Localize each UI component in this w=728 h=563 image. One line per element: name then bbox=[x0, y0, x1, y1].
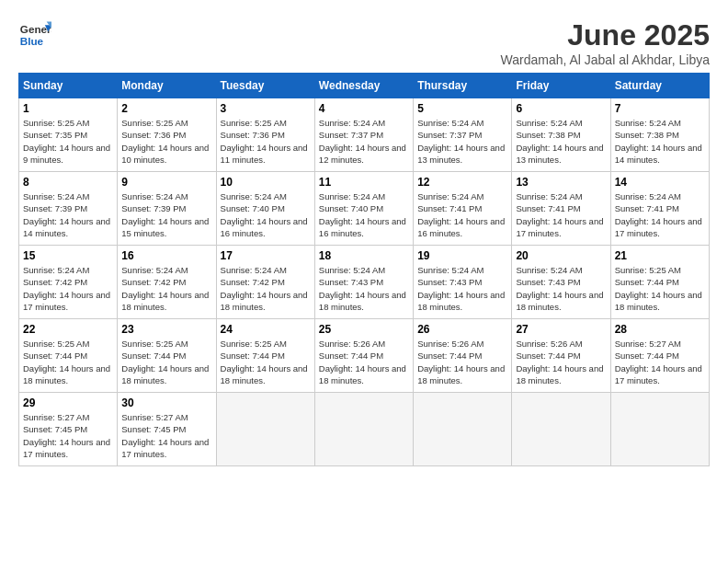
calendar-cell: 10Sunrise: 5:24 AMSunset: 7:40 PMDayligh… bbox=[216, 172, 314, 246]
day-detail: Sunrise: 5:25 AMSunset: 7:44 PMDaylight:… bbox=[615, 264, 705, 313]
day-detail: Sunrise: 5:24 AMSunset: 7:38 PMDaylight:… bbox=[516, 117, 606, 166]
location-title: Wardamah, Al Jabal al Akhdar, Libya bbox=[501, 52, 711, 67]
day-number: 11 bbox=[319, 176, 409, 189]
calendar-cell: 27Sunrise: 5:26 AMSunset: 7:44 PMDayligh… bbox=[512, 319, 610, 393]
calendar-cell: 30Sunrise: 5:27 AMSunset: 7:45 PMDayligh… bbox=[118, 393, 216, 466]
weekday-header-friday: Friday bbox=[512, 74, 610, 98]
day-number: 12 bbox=[417, 176, 507, 189]
weekday-header-tuesday: Tuesday bbox=[216, 74, 314, 98]
calendar-cell: 4Sunrise: 5:24 AMSunset: 7:37 PMDaylight… bbox=[314, 98, 413, 172]
day-number: 23 bbox=[121, 323, 211, 336]
day-number: 29 bbox=[23, 396, 113, 409]
day-detail: Sunrise: 5:24 AMSunset: 7:42 PMDaylight:… bbox=[23, 264, 113, 313]
calendar-cell: 8Sunrise: 5:24 AMSunset: 7:39 PMDaylight… bbox=[19, 172, 118, 246]
day-number: 15 bbox=[23, 249, 113, 262]
day-number: 24 bbox=[221, 323, 311, 336]
calendar-cell: 13Sunrise: 5:24 AMSunset: 7:41 PMDayligh… bbox=[512, 172, 610, 246]
day-number: 27 bbox=[516, 323, 606, 336]
day-detail: Sunrise: 5:24 AMSunset: 7:43 PMDaylight:… bbox=[516, 264, 606, 313]
day-number: 9 bbox=[121, 176, 211, 189]
logo-icon: General Blue bbox=[18, 18, 51, 52]
weekday-header-sunday: Sunday bbox=[19, 74, 118, 98]
day-number: 17 bbox=[221, 249, 311, 262]
calendar-cell bbox=[610, 393, 709, 466]
day-detail: Sunrise: 5:24 AMSunset: 7:39 PMDaylight:… bbox=[121, 190, 211, 239]
day-detail: Sunrise: 5:24 AMSunset: 7:37 PMDaylight:… bbox=[417, 117, 507, 166]
calendar-cell: 12Sunrise: 5:24 AMSunset: 7:41 PMDayligh… bbox=[414, 172, 512, 246]
day-number: 7 bbox=[615, 102, 705, 115]
day-number: 26 bbox=[417, 323, 507, 336]
day-number: 20 bbox=[516, 249, 606, 262]
day-detail: Sunrise: 5:25 AMSunset: 7:44 PMDaylight:… bbox=[23, 338, 113, 386]
calendar-cell: 7Sunrise: 5:24 AMSunset: 7:38 PMDaylight… bbox=[610, 98, 709, 172]
day-number: 3 bbox=[221, 102, 311, 115]
day-detail: Sunrise: 5:24 AMSunset: 7:39 PMDaylight:… bbox=[23, 190, 113, 239]
calendar-cell: 5Sunrise: 5:24 AMSunset: 7:37 PMDaylight… bbox=[414, 98, 512, 172]
weekday-header-thursday: Thursday bbox=[414, 74, 512, 98]
day-number: 13 bbox=[516, 176, 606, 189]
day-number: 18 bbox=[319, 249, 409, 262]
day-detail: Sunrise: 5:25 AMSunset: 7:36 PMDaylight:… bbox=[121, 117, 211, 166]
calendar-week-row: 8Sunrise: 5:24 AMSunset: 7:39 PMDaylight… bbox=[19, 172, 710, 246]
day-detail: Sunrise: 5:25 AMSunset: 7:44 PMDaylight:… bbox=[221, 338, 311, 386]
day-number: 4 bbox=[319, 102, 409, 115]
calendar-cell: 19Sunrise: 5:24 AMSunset: 7:43 PMDayligh… bbox=[414, 246, 512, 319]
day-number: 14 bbox=[615, 176, 705, 189]
day-number: 30 bbox=[121, 396, 211, 409]
calendar-week-row: 1Sunrise: 5:25 AMSunset: 7:35 PMDaylight… bbox=[19, 98, 710, 172]
svg-text:Blue: Blue bbox=[20, 35, 44, 47]
day-number: 8 bbox=[23, 176, 113, 189]
calendar-cell: 14Sunrise: 5:24 AMSunset: 7:41 PMDayligh… bbox=[610, 172, 709, 246]
calendar-table: SundayMondayTuesdayWednesdayThursdayFrid… bbox=[18, 73, 710, 466]
calendar-cell: 1Sunrise: 5:25 AMSunset: 7:35 PMDaylight… bbox=[19, 98, 118, 172]
day-detail: Sunrise: 5:24 AMSunset: 7:43 PMDaylight:… bbox=[319, 264, 409, 313]
calendar-cell: 24Sunrise: 5:25 AMSunset: 7:44 PMDayligh… bbox=[216, 319, 314, 393]
calendar-cell: 23Sunrise: 5:25 AMSunset: 7:44 PMDayligh… bbox=[118, 319, 216, 393]
day-detail: Sunrise: 5:24 AMSunset: 7:40 PMDaylight:… bbox=[221, 190, 311, 239]
day-detail: Sunrise: 5:26 AMSunset: 7:44 PMDaylight:… bbox=[516, 338, 606, 386]
calendar-cell: 15Sunrise: 5:24 AMSunset: 7:42 PMDayligh… bbox=[19, 246, 118, 319]
day-detail: Sunrise: 5:24 AMSunset: 7:37 PMDaylight:… bbox=[319, 117, 409, 166]
day-detail: Sunrise: 5:25 AMSunset: 7:44 PMDaylight:… bbox=[121, 338, 211, 386]
calendar-cell: 6Sunrise: 5:24 AMSunset: 7:38 PMDaylight… bbox=[512, 98, 610, 172]
day-number: 22 bbox=[23, 323, 113, 336]
calendar-cell: 21Sunrise: 5:25 AMSunset: 7:44 PMDayligh… bbox=[610, 246, 709, 319]
calendar-cell: 25Sunrise: 5:26 AMSunset: 7:44 PMDayligh… bbox=[314, 319, 413, 393]
day-detail: Sunrise: 5:24 AMSunset: 7:40 PMDaylight:… bbox=[319, 190, 409, 239]
day-detail: Sunrise: 5:24 AMSunset: 7:41 PMDaylight:… bbox=[516, 190, 606, 239]
calendar-cell: 3Sunrise: 5:25 AMSunset: 7:36 PMDaylight… bbox=[216, 98, 314, 172]
day-detail: Sunrise: 5:24 AMSunset: 7:42 PMDaylight:… bbox=[121, 264, 211, 313]
calendar-cell: 20Sunrise: 5:24 AMSunset: 7:43 PMDayligh… bbox=[512, 246, 610, 319]
weekday-header-monday: Monday bbox=[118, 74, 216, 98]
day-detail: Sunrise: 5:24 AMSunset: 7:43 PMDaylight:… bbox=[417, 264, 507, 313]
header: General Blue June 2025 Wardamah, Al Jaba… bbox=[18, 18, 710, 67]
calendar-cell: 29Sunrise: 5:27 AMSunset: 7:45 PMDayligh… bbox=[19, 393, 118, 466]
calendar-cell bbox=[512, 393, 610, 466]
day-detail: Sunrise: 5:25 AMSunset: 7:36 PMDaylight:… bbox=[221, 117, 311, 166]
calendar-cell: 18Sunrise: 5:24 AMSunset: 7:43 PMDayligh… bbox=[314, 246, 413, 319]
calendar-cell: 26Sunrise: 5:26 AMSunset: 7:44 PMDayligh… bbox=[414, 319, 512, 393]
day-number: 21 bbox=[615, 249, 705, 262]
calendar-week-row: 29Sunrise: 5:27 AMSunset: 7:45 PMDayligh… bbox=[19, 393, 710, 466]
calendar-cell bbox=[414, 393, 512, 466]
svg-text:General: General bbox=[20, 23, 51, 35]
weekday-header-saturday: Saturday bbox=[610, 74, 709, 98]
calendar-cell: 11Sunrise: 5:24 AMSunset: 7:40 PMDayligh… bbox=[314, 172, 413, 246]
calendar-cell: 17Sunrise: 5:24 AMSunset: 7:42 PMDayligh… bbox=[216, 246, 314, 319]
day-detail: Sunrise: 5:26 AMSunset: 7:44 PMDaylight:… bbox=[417, 338, 507, 386]
calendar-week-row: 22Sunrise: 5:25 AMSunset: 7:44 PMDayligh… bbox=[19, 319, 710, 393]
day-detail: Sunrise: 5:27 AMSunset: 7:45 PMDaylight:… bbox=[121, 411, 211, 460]
day-number: 25 bbox=[319, 323, 409, 336]
month-title: June 2025 bbox=[501, 18, 711, 52]
logo: General Blue bbox=[18, 18, 51, 52]
calendar-cell bbox=[216, 393, 314, 466]
day-number: 2 bbox=[121, 102, 211, 115]
day-detail: Sunrise: 5:26 AMSunset: 7:44 PMDaylight:… bbox=[319, 338, 409, 386]
calendar-cell: 28Sunrise: 5:27 AMSunset: 7:44 PMDayligh… bbox=[610, 319, 709, 393]
day-detail: Sunrise: 5:24 AMSunset: 7:42 PMDaylight:… bbox=[221, 264, 311, 313]
day-detail: Sunrise: 5:25 AMSunset: 7:35 PMDaylight:… bbox=[23, 117, 113, 166]
calendar-week-row: 15Sunrise: 5:24 AMSunset: 7:42 PMDayligh… bbox=[19, 246, 710, 319]
calendar-cell: 22Sunrise: 5:25 AMSunset: 7:44 PMDayligh… bbox=[19, 319, 118, 393]
weekday-header-row: SundayMondayTuesdayWednesdayThursdayFrid… bbox=[19, 74, 710, 98]
day-number: 19 bbox=[417, 249, 507, 262]
